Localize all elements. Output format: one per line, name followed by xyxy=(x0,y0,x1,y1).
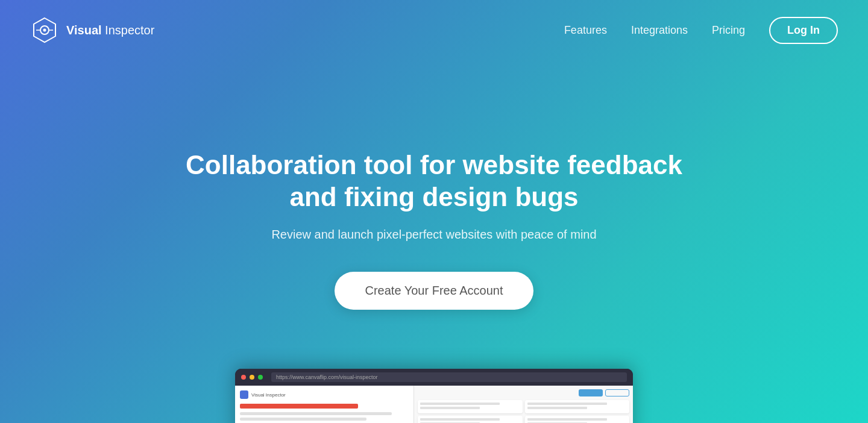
browser-left-panel: Visual Inspector xyxy=(235,386,414,423)
nav-integrations[interactable]: Integrations xyxy=(631,24,688,37)
browser-content-lines xyxy=(240,412,409,423)
browser-body: Visual Inspector xyxy=(235,386,633,423)
browser-dot-yellow xyxy=(250,375,254,380)
browser-dot-green xyxy=(258,375,263,380)
cta-button[interactable]: Create Your Free Account xyxy=(335,272,533,310)
browser-line-1 xyxy=(240,412,392,415)
browser-mockup: https://www.canvaflip.com/visual-inspect… xyxy=(235,369,633,423)
browser-address-bar: https://www.canvaflip.com/visual-inspect… xyxy=(271,372,627,382)
logo-icon xyxy=(30,16,59,45)
browser-logo-area: Visual Inspector xyxy=(240,390,409,399)
browser-right-header xyxy=(418,389,629,396)
browser-card-1 xyxy=(418,400,523,413)
svg-point-1 xyxy=(43,29,46,32)
hero-headline: Collaboration tool for website feedback … xyxy=(163,149,705,213)
browser-right-panel xyxy=(414,386,633,423)
nav-links: Features Integrations Pricing Log In xyxy=(564,17,838,44)
browser-card-4 xyxy=(525,416,630,423)
nav-pricing[interactable]: Pricing xyxy=(712,24,745,37)
browser-card-2 xyxy=(525,400,630,413)
browser-dot-red xyxy=(241,375,246,380)
login-button[interactable]: Log In xyxy=(769,17,838,44)
browser-toolbar: https://www.canvaflip.com/visual-inspect… xyxy=(235,369,633,386)
nav-features[interactable]: Features xyxy=(564,24,607,37)
logo-text: Visual Inspector xyxy=(66,24,154,37)
browser-btn-collaborate xyxy=(605,389,629,396)
browser-right-content xyxy=(418,400,629,423)
hero-subheadline: Review and launch pixel-perfect websites… xyxy=(271,228,596,242)
hero-content: Collaboration tool for website feedback … xyxy=(0,48,868,423)
browser-mockup-container: https://www.canvaflip.com/visual-inspect… xyxy=(235,369,633,423)
browser-btn-share xyxy=(579,389,603,396)
hero-section: Visual Inspector Features Integrations P… xyxy=(0,0,868,423)
logo[interactable]: Visual Inspector xyxy=(30,16,154,45)
browser-card-3 xyxy=(418,416,523,423)
browser-logo-dot xyxy=(240,390,248,399)
browser-line-2 xyxy=(240,418,366,421)
browser-address-text: https://www.canvaflip.com/visual-inspect… xyxy=(276,374,378,380)
browser-logo-label: Visual Inspector xyxy=(251,392,286,398)
browser-red-bar xyxy=(240,404,358,409)
